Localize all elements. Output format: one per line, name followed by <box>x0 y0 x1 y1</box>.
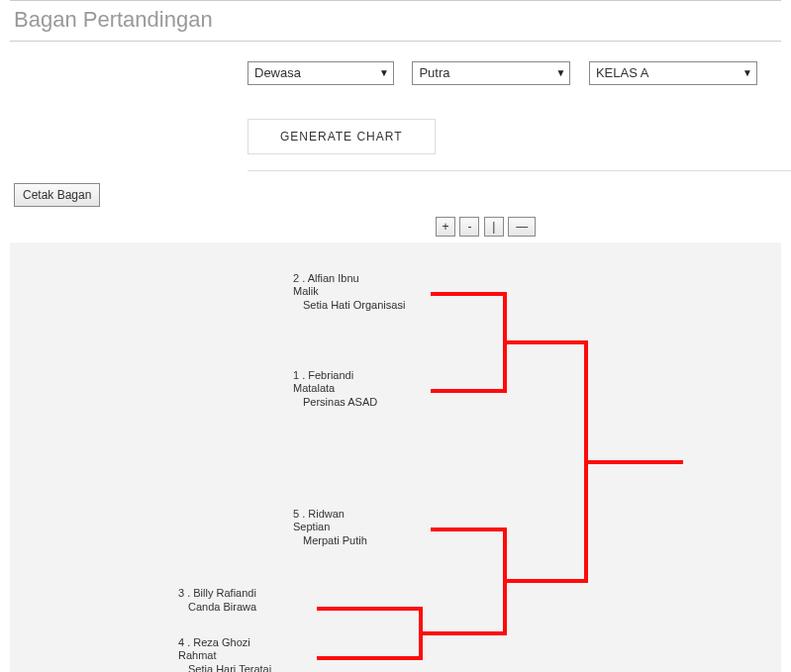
zoom-in-button[interactable]: + <box>436 217 455 237</box>
chevron-down-icon: ▼ <box>379 62 389 84</box>
chevron-down-icon: ▼ <box>742 62 752 84</box>
class-value: KELAS A <box>596 65 648 80</box>
entry-seed-name: 5 . Ridwan <box>293 508 451 521</box>
entry-name2: Matalata <box>293 382 451 395</box>
entry-club: Setia Hati Organisasi <box>293 298 451 312</box>
entry-name2: Malik <box>293 285 451 298</box>
bracket-canvas[interactable]: 2 . Alfian Ibnu Malik Setia Hati Organis… <box>10 242 781 672</box>
zoom-fit-button[interactable]: — <box>508 217 536 237</box>
entry-club: Setia Hari Teratai <box>178 662 337 672</box>
bracket-entry: 5 . Ridwan Septian Merpati Putih <box>293 508 451 547</box>
page-title: Bagan Pertandingan <box>0 1 791 41</box>
class-select[interactable]: KELAS A ▼ <box>589 61 757 85</box>
filter-bar: Dewasa ▼ Putra ▼ KELAS A ▼ <box>0 42 791 95</box>
entry-name2: Septian <box>293 521 451 533</box>
zoom-controls: + - | — <box>0 217 791 242</box>
entry-club: Canda Birawa <box>178 600 337 614</box>
entry-club: Merpati Putih <box>293 533 451 547</box>
chevron-down-icon: ▼ <box>556 62 566 84</box>
zoom-out-button[interactable]: - <box>459 217 479 237</box>
age-group-select[interactable]: Dewasa ▼ <box>247 61 394 85</box>
print-bracket-button[interactable]: Cetak Bagan <box>14 183 100 207</box>
entry-club: Persinas ASAD <box>293 395 451 409</box>
entry-seed-name: 2 . Alfian Ibnu <box>293 272 451 285</box>
generate-chart-button[interactable]: GENERATE CHART <box>247 119 436 154</box>
gender-value: Putra <box>419 65 449 80</box>
zoom-reset-button[interactable]: | <box>484 217 504 237</box>
bracket-entry: 2 . Alfian Ibnu Malik Setia Hati Organis… <box>293 272 451 312</box>
age-group-value: Dewasa <box>254 65 301 80</box>
bracket-entry: 3 . Billy Rafiandi Canda Birawa <box>178 587 337 614</box>
entry-name2: Rahmat <box>178 649 337 662</box>
entry-seed-name: 1 . Febriandi <box>293 369 451 382</box>
gender-select[interactable]: Putra ▼ <box>412 61 570 85</box>
entry-seed-name: 3 . Billy Rafiandi <box>178 587 337 600</box>
entry-seed-name: 4 . Reza Ghozi <box>178 636 337 649</box>
bracket-entry: 1 . Febriandi Matalata Persinas ASAD <box>293 369 451 409</box>
bracket-entry: 4 . Reza Ghozi Rahmat Setia Hari Teratai <box>178 636 337 672</box>
